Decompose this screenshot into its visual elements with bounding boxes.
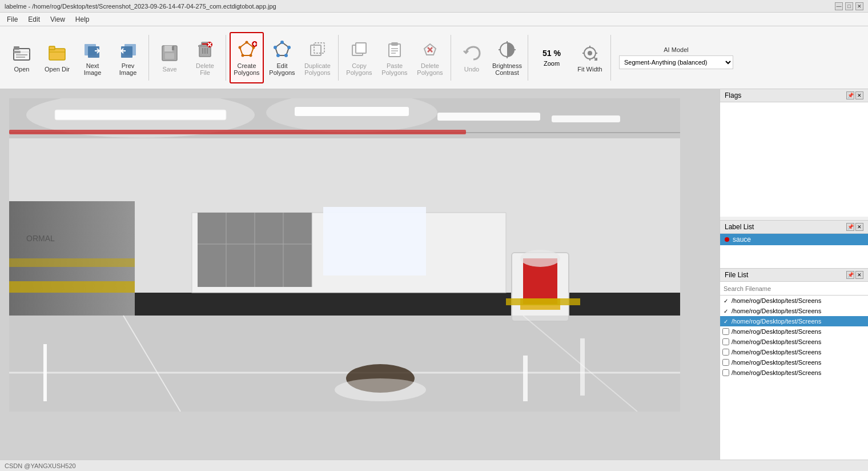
file-list-close-button[interactable]: ✕ bbox=[855, 271, 863, 279]
delete-file-icon bbox=[195, 39, 215, 60]
separator-2 bbox=[226, 35, 226, 81]
edit-polygons-icon bbox=[272, 39, 292, 60]
svg-rect-44 bbox=[389, 44, 400, 57]
file-item-0[interactable]: ✓/home/rog/Desktop/test/Screens bbox=[720, 296, 868, 306]
menu-file[interactable]: File bbox=[2, 14, 22, 25]
save-label: Save bbox=[162, 66, 176, 73]
file-name-4: /home/rog/Desktop/test/Screens bbox=[732, 338, 821, 345]
svg-rect-75 bbox=[437, 113, 540, 121]
paste-polygons-button[interactable]: Paste Polygons bbox=[377, 32, 412, 83]
canvas-area[interactable]: ORMAL bbox=[0, 89, 720, 471]
ai-model-section: AI Model Segment-Anything (balanced) bbox=[619, 46, 733, 69]
menu-bar: File Edit View Help bbox=[0, 13, 868, 26]
menu-view[interactable]: View bbox=[46, 14, 70, 25]
file-list-header: File List 📌 ✕ bbox=[720, 269, 868, 282]
file-name-3: /home/rog/Desktop/test/Screens bbox=[732, 328, 821, 335]
label-list-section: Label List 📌 ✕ sauce bbox=[720, 221, 868, 269]
file-checkbox-7[interactable] bbox=[722, 369, 729, 376]
undo-icon bbox=[461, 43, 482, 63]
create-polygons-icon bbox=[236, 39, 257, 60]
delete-file-button[interactable]: Delete File bbox=[188, 32, 222, 83]
save-button[interactable]: Save bbox=[152, 32, 187, 83]
file-checkbox-3[interactable] bbox=[722, 328, 729, 335]
window-controls: — □ ✕ bbox=[835, 2, 863, 10]
window-title: labelme - /home/rog/Desktop/test/Screens… bbox=[5, 3, 276, 10]
svg-rect-77 bbox=[9, 130, 466, 134]
label-list-content: sauce bbox=[720, 234, 868, 268]
open-dir-button[interactable]: Open Dir bbox=[40, 32, 74, 83]
file-list-controls: 📌 ✕ bbox=[846, 271, 863, 279]
flags-content bbox=[720, 102, 868, 217]
brightness-contrast-button[interactable]: Brightness Contrast bbox=[490, 32, 524, 83]
svg-rect-13 bbox=[165, 53, 174, 59]
label-list-header: Label List 📌 ✕ bbox=[720, 221, 868, 234]
flags-pin-button[interactable]: 📌 bbox=[846, 91, 854, 99]
file-list-title: File List bbox=[725, 271, 748, 279]
label-item-sauce[interactable]: sauce bbox=[720, 234, 868, 245]
file-list-content[interactable]: ✓/home/rog/Desktop/test/Screens✓/home/ro… bbox=[720, 282, 868, 470]
search-filename-input[interactable] bbox=[720, 282, 868, 296]
next-image-label: Next Image bbox=[78, 62, 107, 76]
edit-polygons-label: Edit Polygons bbox=[268, 62, 296, 76]
svg-rect-3 bbox=[16, 57, 25, 58]
paste-polygons-icon bbox=[384, 39, 405, 60]
file-item-1[interactable]: ✓/home/rog/Desktop/test/Screens bbox=[720, 306, 868, 316]
create-polygons-button[interactable]: Create Polygons bbox=[230, 32, 264, 83]
label-list-pin-button[interactable]: 📌 bbox=[846, 223, 854, 231]
open-button[interactable]: Open bbox=[5, 32, 39, 83]
svg-rect-14 bbox=[172, 46, 174, 50]
open-dir-icon bbox=[47, 43, 67, 63]
fit-width-button[interactable]: Fit Width bbox=[573, 32, 607, 83]
duplicate-polygons-button[interactable]: Duplicate Polygons bbox=[300, 32, 335, 83]
svg-point-35 bbox=[280, 41, 284, 44]
label-name-sauce: sauce bbox=[733, 236, 751, 244]
file-name-5: /home/rog/Desktop/test/Screens bbox=[732, 349, 821, 356]
maximize-button[interactable]: □ bbox=[845, 2, 853, 10]
separator-1 bbox=[148, 35, 149, 81]
svg-rect-6 bbox=[49, 46, 55, 50]
svg-point-29 bbox=[242, 54, 244, 57]
minimize-button[interactable]: — bbox=[835, 2, 843, 10]
svg-rect-104 bbox=[580, 338, 585, 396]
menu-edit[interactable]: Edit bbox=[23, 14, 45, 25]
menu-help[interactable]: Help bbox=[71, 14, 94, 25]
main-image[interactable]: ORMAL bbox=[9, 98, 680, 412]
delete-file-label: Delete File bbox=[191, 62, 219, 76]
delete-polygons-button[interactable]: Delete Polygons bbox=[413, 32, 447, 83]
file-item-3[interactable]: /home/rog/Desktop/test/Screens bbox=[720, 326, 868, 337]
close-button[interactable]: ✕ bbox=[855, 2, 863, 10]
file-item-2[interactable]: ✓/home/rog/Desktop/test/Screens bbox=[720, 316, 868, 326]
svg-point-26 bbox=[246, 41, 248, 43]
flags-title: Flags bbox=[725, 91, 741, 99]
undo-button[interactable]: Undo bbox=[455, 32, 489, 83]
svg-point-95 bbox=[520, 250, 560, 267]
file-checkmark-1: ✓ bbox=[722, 308, 729, 314]
label-list-close-button[interactable]: ✕ bbox=[855, 223, 863, 231]
svg-point-28 bbox=[250, 54, 252, 57]
copy-polygons-icon bbox=[349, 39, 369, 60]
file-checkbox-5[interactable] bbox=[722, 349, 729, 356]
file-item-7[interactable]: /home/rog/Desktop/test/Screens bbox=[720, 368, 868, 378]
file-item-5[interactable]: /home/rog/Desktop/test/Screens bbox=[720, 347, 868, 357]
flags-close-button[interactable]: ✕ bbox=[855, 91, 863, 99]
ai-model-select[interactable]: Segment-Anything (balanced) bbox=[619, 55, 733, 69]
label-list-title: Label List bbox=[725, 223, 754, 231]
prev-image-button[interactable]: Prev Image bbox=[111, 32, 145, 83]
svg-rect-5 bbox=[49, 49, 65, 60]
file-checkbox-4[interactable] bbox=[722, 338, 729, 345]
copy-polygons-button[interactable]: Copy Polygons bbox=[342, 32, 376, 83]
separator-6 bbox=[610, 35, 611, 81]
file-item-4[interactable]: /home/rog/Desktop/test/Screens bbox=[720, 337, 868, 347]
edit-polygons-button[interactable]: Edit Polygons bbox=[265, 32, 299, 83]
right-panel: Flags 📌 ✕ Label List 📌 ✕ sauce bbox=[720, 89, 868, 471]
file-name-0: /home/rog/Desktop/test/Screens bbox=[732, 297, 821, 304]
next-image-button[interactable]: Next Image bbox=[75, 32, 110, 83]
file-checkbox-6[interactable] bbox=[722, 359, 729, 366]
file-list-pin-button[interactable]: 📌 bbox=[846, 271, 854, 279]
file-item-6[interactable]: /home/rog/Desktop/test/Screens bbox=[720, 357, 868, 368]
prev-image-icon bbox=[118, 39, 138, 60]
file-list-section: File List 📌 ✕ ✓/home/rog/Desktop/test/Sc… bbox=[720, 269, 868, 471]
zoom-value: 51 % bbox=[542, 49, 561, 58]
svg-rect-12 bbox=[164, 46, 172, 51]
svg-point-39 bbox=[274, 46, 277, 49]
